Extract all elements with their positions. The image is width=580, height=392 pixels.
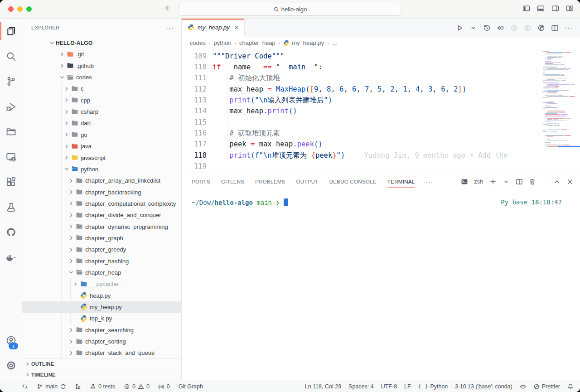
next-change-icon[interactable] xyxy=(524,24,532,32)
chevron-right-icon[interactable] xyxy=(68,247,75,253)
play-icon[interactable] xyxy=(456,24,464,32)
activity-item-docker[interactable] xyxy=(0,245,22,271)
customize-layout-button[interactable] xyxy=(566,4,574,12)
breadcrumb-item--[interactable]: ... xyxy=(332,39,337,46)
status-item[interactable]: Prettier xyxy=(533,383,560,390)
breadcrumb-item-python[interactable]: python xyxy=(213,39,231,46)
chevron-right-icon[interactable] xyxy=(63,155,70,161)
tree-item-javascript[interactable]: javascript xyxy=(22,152,181,163)
chevron-right-icon[interactable] xyxy=(68,178,75,184)
status-item[interactable] xyxy=(520,383,526,390)
tree-item-heap-py[interactable]: heap.py xyxy=(22,290,181,301)
chevron-right-icon[interactable] xyxy=(68,189,75,195)
activity-item-run-and-debug[interactable] xyxy=(0,94,22,120)
terminal[interactable]: ~/Dow/hello-algo main ❯ Py base 18:18:47 xyxy=(182,190,580,380)
code-line[interactable]: if __name__ == "__main__": xyxy=(213,62,580,73)
chevron-right-icon[interactable] xyxy=(63,131,70,138)
activity-item-accounts[interactable]: 1 xyxy=(0,328,22,353)
activity-item-remote-explorer[interactable] xyxy=(0,145,22,170)
panel-tab-gitlens[interactable]: GITLENS xyxy=(221,173,244,190)
split-editor-icon[interactable] xyxy=(516,178,523,185)
chevron-right-icon[interactable] xyxy=(68,350,75,356)
chevron-right-icon[interactable] xyxy=(63,97,70,103)
chevron-right-icon[interactable] xyxy=(63,143,70,150)
tree-item-chapter-graph[interactable]: chapter_graph xyxy=(22,232,181,244)
chevron-right-icon[interactable] xyxy=(68,327,75,333)
minimap[interactable] xyxy=(543,49,575,150)
tree-item-python[interactable]: python xyxy=(22,164,181,175)
tab-my-heap[interactable]: my_heap.py × xyxy=(182,19,245,37)
tree-item-top-k-py[interactable]: top_k.py xyxy=(22,313,181,324)
code-line[interactable]: # 获取堆顶元素 xyxy=(213,128,580,139)
status-item[interactable]: 00 xyxy=(124,383,150,390)
tree-item-cpp[interactable]: cpp xyxy=(22,95,181,106)
chevron-right-icon[interactable] xyxy=(63,120,70,126)
prev-change-icon[interactable] xyxy=(510,24,518,32)
chevron-right-icon[interactable] xyxy=(68,339,75,345)
activity-item-settings[interactable] xyxy=(0,353,22,378)
close-icon[interactable] xyxy=(566,178,574,185)
status-item[interactable]: 3.10.13 ('base': conda) xyxy=(455,383,512,390)
tree-item-chapter-stack-and-queue[interactable]: chapter_stack_and_queue xyxy=(22,347,181,358)
activity-item-github[interactable] xyxy=(0,220,22,245)
tree-item--pycache-[interactable]: __pycache__ xyxy=(22,278,181,290)
zoom-window-button[interactable] xyxy=(26,6,32,12)
chevron-right-icon[interactable] xyxy=(68,223,75,230)
activity-item-testing[interactable] xyxy=(0,195,22,220)
tree-item-dart[interactable]: dart xyxy=(22,117,181,129)
panel-tab-problems[interactable]: PROBLEMS xyxy=(255,173,285,190)
chevron-right-icon[interactable] xyxy=(58,51,66,58)
history-icon[interactable] xyxy=(483,24,491,32)
status-item[interactable] xyxy=(75,383,81,390)
sidebar-more-actions[interactable]: ··· xyxy=(166,24,174,32)
tree-item-chapter-heap[interactable]: chapter_heap xyxy=(22,267,181,278)
plus-icon[interactable] xyxy=(489,178,497,185)
code-line[interactable]: max_heap.print() xyxy=(213,106,580,116)
activity-item-search[interactable] xyxy=(0,44,22,69)
close-window-button[interactable] xyxy=(8,6,14,12)
tree-item-c[interactable]: c xyxy=(22,83,181,94)
status-item[interactable]: 0 tests xyxy=(90,383,115,390)
toggle-left-sidebar-button[interactable] xyxy=(522,4,530,12)
sidebar-section-timeline[interactable]: TIMELINE xyxy=(22,369,181,380)
tree-item-chapter-divide-and-conquer[interactable]: chapter_divide_and_conquer xyxy=(22,209,181,221)
status-item[interactable] xyxy=(22,383,28,390)
status-item[interactable]: LF xyxy=(404,383,411,390)
sidebar-section-outline[interactable]: OUTLINE xyxy=(22,358,181,369)
tree-item-chapter-computational-complexity[interactable]: chapter_computational_complexity xyxy=(22,198,181,209)
tree-item-java[interactable]: java xyxy=(22,140,181,152)
close-tab-icon[interactable]: × xyxy=(235,24,238,31)
action-text[interactable]: ··· xyxy=(565,24,573,31)
chevron-down-icon[interactable] xyxy=(68,269,75,276)
code-line[interactable]: print(f"\n堆顶元素为 {peek}")Yudong Jin, 9 mo… xyxy=(213,150,580,161)
tree-item-chapter-backtracking[interactable]: chapter_backtracking xyxy=(22,186,181,198)
panel-tab-terminal[interactable]: TERMINAL xyxy=(387,173,415,190)
panel-tab-debug-console[interactable]: DEBUG CONSOLE xyxy=(329,173,377,190)
status-item[interactable]: { }Python xyxy=(418,383,448,390)
tree-item-chapter-sorting[interactable]: chapter_sorting xyxy=(22,336,181,347)
code-editor[interactable]: 109110111112113114115116117118119 """Dri… xyxy=(182,49,580,173)
trash-icon[interactable] xyxy=(529,178,536,185)
chevron-right-icon[interactable] xyxy=(63,109,70,115)
status-item[interactable]: 0 xyxy=(158,383,170,390)
chevron-right-icon[interactable] xyxy=(68,235,75,241)
status-item[interactable]: Ln 118, Col 29 xyxy=(305,383,341,390)
breadcrumb-item-chapter-heap[interactable]: chapter_heap xyxy=(239,39,276,46)
activity-item-explorer[interactable] xyxy=(0,19,22,44)
chevron-right-icon[interactable] xyxy=(63,86,70,92)
panel-tab-ports[interactable]: PORTS xyxy=(192,173,210,190)
graph-icon[interactable] xyxy=(537,24,545,32)
breadcrumb-item-codes[interactable]: codes xyxy=(190,39,206,46)
status-item[interactable] xyxy=(567,383,574,390)
activity-item-project-manager[interactable] xyxy=(0,119,22,145)
status-item[interactable]: Spaces: 4 xyxy=(348,383,374,390)
back-arrow-button[interactable] xyxy=(164,4,172,12)
panel-tabs-overflow[interactable]: ··· xyxy=(425,178,433,185)
chevron-right-icon[interactable] xyxy=(58,63,66,69)
breadcrumb-item-my-heap-py[interactable]: my_heap.py xyxy=(283,39,324,46)
tree-item-csharp[interactable]: csharp xyxy=(22,106,181,117)
status-item[interactable]: Git Graph xyxy=(179,383,203,390)
chevron-down-icon[interactable] xyxy=(58,74,66,81)
tree-item-chapter-hashing[interactable]: chapter_hashing xyxy=(22,255,181,266)
status-item[interactable]: UTF-8 xyxy=(381,383,397,390)
